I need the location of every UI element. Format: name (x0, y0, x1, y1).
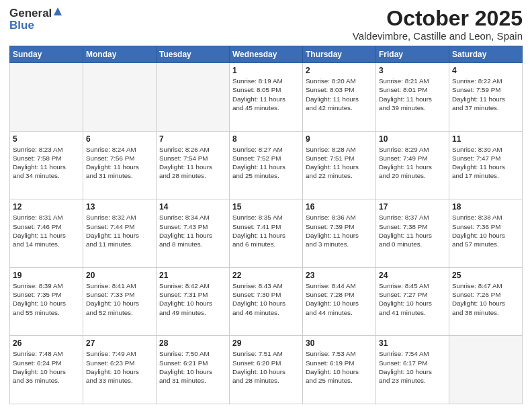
calendar-cell: 22Sunrise: 8:43 AM Sunset: 7:30 PM Dayli… (230, 267, 303, 336)
day-number: 21 (159, 271, 226, 280)
calendar-cell: 26Sunrise: 7:48 AM Sunset: 6:24 PM Dayli… (10, 336, 83, 404)
day-info: Sunrise: 7:49 AM Sunset: 6:23 PM Dayligh… (86, 349, 153, 385)
calendar-cell: 1Sunrise: 8:19 AM Sunset: 8:05 PM Daylig… (230, 63, 303, 132)
day-number: 8 (232, 134, 300, 144)
day-number: 3 (379, 66, 446, 75)
calendar-cell: 14Sunrise: 8:34 AM Sunset: 7:43 PM Dayli… (157, 199, 230, 268)
day-number: 18 (452, 202, 519, 212)
header-monday: Monday (83, 46, 157, 63)
day-info: Sunrise: 8:45 AM Sunset: 7:27 PM Dayligh… (379, 281, 446, 317)
calendar-cell: 15Sunrise: 8:35 AM Sunset: 7:41 PM Dayli… (230, 199, 303, 268)
header-saturday: Saturday (449, 46, 523, 63)
calendar-week-5: 26Sunrise: 7:48 AM Sunset: 6:24 PM Dayli… (10, 336, 523, 404)
title-block: October 2025 Valdevimbre, Castille and L… (353, 7, 523, 42)
day-info: Sunrise: 8:47 AM Sunset: 7:26 PM Dayligh… (452, 281, 519, 317)
day-info: Sunrise: 8:21 AM Sunset: 8:01 PM Dayligh… (379, 77, 446, 112)
calendar-cell: 18Sunrise: 8:38 AM Sunset: 7:36 PM Dayli… (449, 199, 523, 268)
calendar-cell: 27Sunrise: 7:49 AM Sunset: 6:23 PM Dayli… (83, 336, 157, 404)
header-wednesday: Wednesday (230, 46, 303, 63)
day-number: 17 (379, 202, 446, 212)
day-info: Sunrise: 8:20 AM Sunset: 8:03 PM Dayligh… (306, 77, 373, 112)
day-number: 7 (159, 134, 226, 144)
calendar-cell: 13Sunrise: 8:32 AM Sunset: 7:44 PM Dayli… (83, 199, 157, 268)
day-number: 4 (452, 66, 519, 75)
calendar-cell: 7Sunrise: 8:26 AM Sunset: 7:54 PM Daylig… (157, 131, 230, 199)
day-info: Sunrise: 7:48 AM Sunset: 6:24 PM Dayligh… (13, 349, 80, 385)
day-info: Sunrise: 8:41 AM Sunset: 7:33 PM Dayligh… (86, 281, 153, 317)
day-info: Sunrise: 8:27 AM Sunset: 7:52 PM Dayligh… (232, 145, 300, 181)
day-number: 25 (452, 271, 519, 280)
calendar-title: October 2025 (353, 7, 523, 30)
day-number: 1 (232, 66, 300, 75)
day-info: Sunrise: 8:35 AM Sunset: 7:41 PM Dayligh… (232, 213, 300, 248)
calendar-cell: 10Sunrise: 8:29 AM Sunset: 7:49 PM Dayli… (376, 131, 449, 199)
day-info: Sunrise: 8:28 AM Sunset: 7:51 PM Dayligh… (306, 145, 373, 181)
day-number: 10 (379, 134, 446, 144)
calendar-cell: 20Sunrise: 8:41 AM Sunset: 7:33 PM Dayli… (83, 267, 157, 336)
calendar-cell: 9Sunrise: 8:28 AM Sunset: 7:51 PM Daylig… (303, 131, 376, 199)
calendar-cell: 11Sunrise: 8:30 AM Sunset: 7:47 PM Dayli… (449, 131, 523, 199)
calendar-week-2: 5Sunrise: 8:23 AM Sunset: 7:58 PM Daylig… (10, 131, 523, 199)
day-info: Sunrise: 8:24 AM Sunset: 7:56 PM Dayligh… (86, 145, 153, 181)
day-number: 29 (232, 338, 300, 348)
calendar-cell: 4Sunrise: 8:22 AM Sunset: 7:59 PM Daylig… (449, 63, 523, 132)
day-number: 16 (306, 202, 373, 212)
calendar-cell: 31Sunrise: 7:54 AM Sunset: 6:17 PM Dayli… (376, 336, 449, 404)
header-tuesday: Tuesday (157, 46, 230, 63)
calendar-cell: 3Sunrise: 8:21 AM Sunset: 8:01 PM Daylig… (376, 63, 449, 132)
header: General Blue October 2025 Valdevimbre, C… (9, 7, 523, 42)
weekday-header-row: Sunday Monday Tuesday Wednesday Thursday… (10, 46, 523, 63)
calendar-cell: 17Sunrise: 8:37 AM Sunset: 7:38 PM Dayli… (376, 199, 449, 268)
logo-general: General (9, 7, 52, 20)
calendar-cell: 23Sunrise: 8:44 AM Sunset: 7:28 PM Dayli… (303, 267, 376, 336)
calendar-cell: 29Sunrise: 7:51 AM Sunset: 6:20 PM Dayli… (230, 336, 303, 404)
day-info: Sunrise: 8:19 AM Sunset: 8:05 PM Dayligh… (232, 77, 300, 112)
day-number: 19 (13, 271, 80, 280)
day-number: 13 (86, 202, 153, 212)
day-number: 9 (306, 134, 373, 144)
day-number: 22 (232, 271, 300, 280)
day-info: Sunrise: 8:26 AM Sunset: 7:54 PM Dayligh… (159, 145, 226, 181)
calendar-cell: 25Sunrise: 8:47 AM Sunset: 7:26 PM Dayli… (449, 267, 523, 336)
calendar-cell (157, 63, 230, 132)
header-thursday: Thursday (303, 46, 376, 63)
day-info: Sunrise: 8:44 AM Sunset: 7:28 PM Dayligh… (306, 281, 373, 317)
day-info: Sunrise: 8:38 AM Sunset: 7:36 PM Dayligh… (452, 213, 519, 248)
logo-triangle (53, 7, 62, 19)
calendar-cell: 5Sunrise: 8:23 AM Sunset: 7:58 PM Daylig… (10, 131, 83, 199)
calendar-cell: 28Sunrise: 7:50 AM Sunset: 6:21 PM Dayli… (157, 336, 230, 404)
day-number: 31 (379, 338, 446, 348)
day-info: Sunrise: 8:43 AM Sunset: 7:30 PM Dayligh… (232, 281, 300, 317)
calendar-cell: 30Sunrise: 7:53 AM Sunset: 6:19 PM Dayli… (303, 336, 376, 404)
day-info: Sunrise: 8:29 AM Sunset: 7:49 PM Dayligh… (379, 145, 446, 181)
day-info: Sunrise: 8:31 AM Sunset: 7:46 PM Dayligh… (13, 213, 80, 248)
day-info: Sunrise: 8:22 AM Sunset: 7:59 PM Dayligh… (452, 77, 519, 112)
calendar-cell: 6Sunrise: 8:24 AM Sunset: 7:56 PM Daylig… (83, 131, 157, 199)
calendar-cell: 21Sunrise: 8:42 AM Sunset: 7:31 PM Dayli… (157, 267, 230, 336)
day-number: 30 (306, 338, 373, 348)
day-info: Sunrise: 8:34 AM Sunset: 7:43 PM Dayligh… (159, 213, 226, 248)
calendar-cell (10, 63, 83, 132)
day-number: 5 (13, 134, 80, 144)
day-info: Sunrise: 7:51 AM Sunset: 6:20 PM Dayligh… (232, 349, 300, 385)
day-number: 12 (13, 202, 80, 212)
day-info: Sunrise: 8:37 AM Sunset: 7:38 PM Dayligh… (379, 213, 446, 248)
day-info: Sunrise: 8:42 AM Sunset: 7:31 PM Dayligh… (159, 281, 226, 317)
calendar-cell: 12Sunrise: 8:31 AM Sunset: 7:46 PM Dayli… (10, 199, 83, 268)
logo-blue: Blue (9, 19, 34, 32)
header-friday: Friday (376, 46, 449, 63)
header-sunday: Sunday (10, 46, 83, 63)
day-number: 20 (86, 271, 153, 280)
calendar-cell: 2Sunrise: 8:20 AM Sunset: 8:03 PM Daylig… (303, 63, 376, 132)
calendar-week-4: 19Sunrise: 8:39 AM Sunset: 7:35 PM Dayli… (10, 267, 523, 336)
svg-marker-0 (54, 7, 62, 15)
day-info: Sunrise: 8:23 AM Sunset: 7:58 PM Dayligh… (13, 145, 80, 181)
day-number: 26 (13, 338, 80, 348)
calendar-cell: 16Sunrise: 8:36 AM Sunset: 7:39 PM Dayli… (303, 199, 376, 268)
day-info: Sunrise: 8:36 AM Sunset: 7:39 PM Dayligh… (306, 213, 373, 248)
day-number: 2 (306, 66, 373, 75)
day-number: 24 (379, 271, 446, 280)
day-info: Sunrise: 8:32 AM Sunset: 7:44 PM Dayligh… (86, 213, 153, 248)
calendar-week-3: 12Sunrise: 8:31 AM Sunset: 7:46 PM Dayli… (10, 199, 523, 268)
day-number: 23 (306, 271, 373, 280)
